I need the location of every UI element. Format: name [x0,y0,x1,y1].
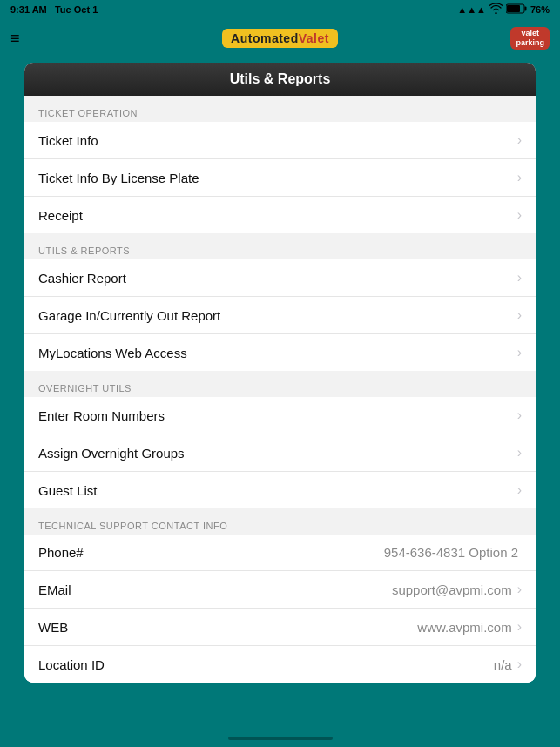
item-right-ticket-info-license: › [517,170,522,185]
item-label-web: WEB [38,620,68,635]
main-card: Utils & Reports TICKET OPERATIONTicket I… [24,63,536,683]
app-logo: AutomatedValet [222,29,338,48]
section-items-overnight-utils: Enter Room Numbers›Assign Overnight Grou… [24,397,536,508]
section-label-utils-reports: UTILS & REPORTS [24,233,536,259]
item-right-email: support@avpmi.com› [392,582,522,597]
item-label-ticket-info-license: Ticket Info By License Plate [38,171,199,185]
chevron-icon-enter-room-numbers: › [517,407,522,423]
item-value-email: support@avpmi.com [392,582,512,597]
status-icons: ▲▲▲ 76% [457,3,550,16]
nav-bar: ≡ AutomatedValet valet parking [0,19,560,57]
valet-parking-badge: valet parking [510,27,550,50]
list-item-enter-room-numbers[interactable]: Enter Room Numbers› [24,397,536,434]
svg-rect-2 [507,5,520,12]
card-header: Utils & Reports [24,63,536,96]
list-item-cashier-report[interactable]: Cashier Report› [24,259,536,297]
section-items-technical-support: Phone#954-636-4831 Option 2EMailsupport@… [24,535,536,683]
item-value-location-id: n/a [494,657,512,672]
item-right-location-id: n/a› [494,656,522,672]
chevron-icon-assign-overnight-groups: › [517,445,522,461]
chevron-icon-web: › [517,619,522,635]
chevron-icon-garage-report: › [517,307,522,323]
menu-button[interactable]: ≡ [10,30,20,48]
item-right-web: www.avpmi.com› [417,619,522,635]
item-right-ticket-info: › [517,132,522,148]
item-label-ticket-info: Ticket Info [38,133,98,148]
home-indicator [228,737,333,740]
chevron-icon-mylocations: › [517,345,522,360]
list-item-guest-list[interactable]: Guest List› [24,472,536,508]
chevron-icon-cashier-report: › [517,270,522,286]
item-right-phone: 954-636-4831 Option 2 [384,545,522,560]
list-item-location-id[interactable]: Location IDn/a› [24,646,536,683]
section-label-ticket-operation: TICKET OPERATION [24,96,536,122]
list-item-receipt[interactable]: Receipt› [24,197,536,233]
item-right-receipt: › [517,207,522,223]
chevron-icon-ticket-info-license: › [517,170,522,185]
chevron-icon-email: › [517,582,522,597]
item-label-garage-report: Garage In/Currently Out Report [38,308,220,323]
section-items-utils-reports: Cashier Report›Garage In/Currently Out R… [24,259,536,371]
section-items-ticket-operation: Ticket Info›Ticket Info By License Plate… [24,122,536,233]
svg-rect-1 [524,7,526,11]
list-item-ticket-info[interactable]: Ticket Info› [24,122,536,159]
list-item-phone[interactable]: Phone#954-636-4831 Option 2 [24,535,536,571]
battery-percent: 76% [530,4,550,15]
status-time: 9:31 AM Tue Oct 1 [10,4,98,15]
item-right-assign-overnight-groups: › [517,445,522,461]
chevron-icon-location-id: › [517,656,522,672]
list-item-email[interactable]: EMailsupport@avpmi.com› [24,571,536,609]
status-bar: 9:31 AM Tue Oct 1 ▲▲▲ 76% [0,0,560,19]
item-label-email: EMail [38,582,71,597]
signal-icon: ▲▲▲ [457,4,486,15]
chevron-icon-guest-list: › [517,482,522,498]
item-value-phone: 954-636-4831 Option 2 [384,545,518,560]
section-technical-support: TECHNICAL SUPPORT CONTACT INFOPhone#954-… [24,508,536,683]
section-label-overnight-utils: OVERNIGHT UTILS [24,371,536,397]
list-item-garage-report[interactable]: Garage In/Currently Out Report› [24,297,536,334]
item-label-location-id: Location ID [38,657,105,672]
logo-text-1: Automated [231,31,299,45]
item-label-assign-overnight-groups: Assign Overnight Groups [38,446,185,461]
list-item-mylocations[interactable]: MyLocations Web Access› [24,334,536,371]
item-right-mylocations: › [517,345,522,360]
item-right-guest-list: › [517,482,522,498]
chevron-icon-ticket-info: › [517,132,522,148]
sections-container: TICKET OPERATIONTicket Info›Ticket Info … [24,96,536,683]
wifi-icon [489,3,503,16]
card-title: Utils & Reports [230,71,331,86]
item-right-enter-room-numbers: › [517,407,522,423]
chevron-icon-receipt: › [517,207,522,223]
item-label-guest-list: Guest List [38,483,98,498]
list-item-web[interactable]: WEBwww.avpmi.com› [24,609,536,646]
list-item-assign-overnight-groups[interactable]: Assign Overnight Groups› [24,434,536,472]
section-overnight-utils: OVERNIGHT UTILSEnter Room Numbers›Assign… [24,371,536,508]
list-item-ticket-info-license[interactable]: Ticket Info By License Plate› [24,159,536,197]
item-right-cashier-report: › [517,270,522,286]
item-label-receipt: Receipt [38,208,83,223]
battery-icon [506,3,527,16]
item-label-cashier-report: Cashier Report [38,271,126,286]
item-value-web: www.avpmi.com [417,620,511,635]
item-right-garage-report: › [517,307,522,323]
section-ticket-operation: TICKET OPERATIONTicket Info›Ticket Info … [24,96,536,233]
section-utils-reports: UTILS & REPORTSCashier Report›Garage In/… [24,233,536,371]
logo-valet-icon: Valet [299,31,329,45]
item-label-phone: Phone# [38,545,84,560]
item-label-mylocations: MyLocations Web Access [38,346,187,360]
item-label-enter-room-numbers: Enter Room Numbers [38,408,165,423]
section-label-technical-support: TECHNICAL SUPPORT CONTACT INFO [24,508,536,535]
